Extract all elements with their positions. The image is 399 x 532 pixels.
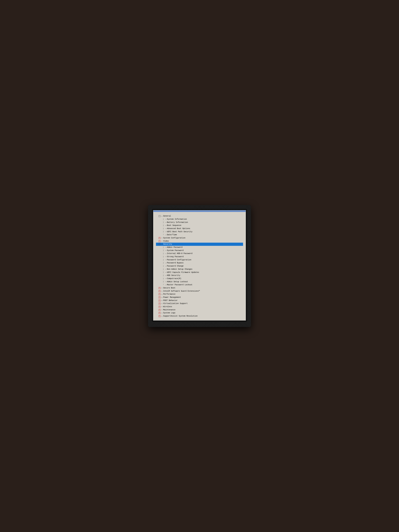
- tree-item-system-password[interactable]: ├System Password: [156, 249, 243, 252]
- tree-item-master-password-lockout[interactable]: └Master Password Lockout: [156, 283, 243, 286]
- settings-tree: −General├System Information├Battery Info…: [156, 215, 243, 318]
- tree-item-maintenance[interactable]: +Maintenance: [156, 308, 243, 311]
- label-system-info: System Information: [167, 218, 187, 221]
- label-post-behavior: POST Behavior: [163, 299, 177, 302]
- expander-maintenance[interactable]: +: [158, 309, 160, 311]
- tree-item-system-info[interactable]: ├System Information: [156, 218, 243, 221]
- tree-item-security[interactable]: −Security: [156, 243, 243, 246]
- label-strong-password: Strong Password: [167, 255, 184, 258]
- bios-content: −General├System Information├Battery Info…: [153, 212, 246, 320]
- expander-power-management[interactable]: +: [158, 297, 160, 298]
- label-admin-setup-lockout: Admin Setup Lockout: [167, 280, 188, 283]
- tree-item-general[interactable]: −General: [156, 215, 243, 218]
- expander-wireless[interactable]: +: [158, 306, 160, 308]
- tree-item-supportassist[interactable]: +SupportAssist System Resolution: [156, 315, 243, 318]
- tree-item-battery-info[interactable]: ├Battery Information: [156, 221, 243, 224]
- label-maintenance: Maintenance: [163, 309, 175, 311]
- expander-security[interactable]: −: [158, 243, 160, 245]
- label-hdd-security: HDD Security: [167, 274, 180, 277]
- tree-item-internal-hdd[interactable]: ├Internal HDD-0 Password: [156, 252, 243, 255]
- expander-post-behavior[interactable]: +: [158, 300, 160, 302]
- screen: −General├System Information├Battery Info…: [153, 210, 246, 321]
- tree-item-uefi-capsule[interactable]: ├UEFI Capsule Firmware Updates: [156, 271, 243, 274]
- label-internal-hdd: Internal HDD-0 Password: [167, 252, 192, 255]
- label-system-logs: System Logs: [163, 311, 175, 314]
- tree-item-password-config[interactable]: ├Password Configuration: [156, 258, 243, 261]
- tree-item-boot-sequence[interactable]: ├Boot Sequence: [156, 224, 243, 227]
- tree-item-wireless[interactable]: +Wireless: [156, 305, 243, 308]
- expander-virtualization[interactable]: +: [158, 303, 160, 304]
- tree-item-secure-boot[interactable]: +Secure Boot: [156, 286, 243, 290]
- label-master-password-lockout: Master Password Lockout: [167, 283, 192, 286]
- tree-item-computrace[interactable]: ├Computrace(R): [156, 277, 243, 280]
- screen-bezel: −General├System Information├Battery Info…: [152, 209, 247, 322]
- tree-item-power-management[interactable]: +Power Management: [156, 296, 243, 299]
- label-wireless: Wireless: [163, 305, 172, 308]
- tree-item-advanced-boot[interactable]: ├Advanced Boot Options: [156, 227, 243, 230]
- label-password-change: Password Change: [167, 265, 184, 268]
- label-supportassist: SupportAssist System Resolution: [163, 315, 197, 318]
- tree-item-admin-setup-lockout[interactable]: ├Admin Setup Lockout: [156, 280, 243, 283]
- tree-item-datetime[interactable]: └Date/Time: [156, 233, 243, 236]
- label-uefi-capsule: UEFI Capsule Firmware Updates: [167, 271, 199, 274]
- label-computrace: Computrace(R): [167, 277, 181, 280]
- expander-performance[interactable]: +: [158, 293, 160, 295]
- label-datetime: Date/Time: [167, 233, 177, 236]
- tree-item-intel-sge[interactable]: +Intel® Software Guard Extensions™: [156, 290, 243, 293]
- title-bar: [153, 210, 246, 212]
- label-power-management: Power Management: [163, 296, 181, 299]
- tree-item-strong-password[interactable]: ├Strong Password: [156, 255, 243, 258]
- label-secure-boot: Secure Boot: [163, 287, 175, 290]
- label-battery-info: Battery Information: [167, 221, 188, 224]
- label-system-config: System Configuration: [163, 237, 185, 240]
- tree-item-virtualization[interactable]: +Virtualization Support: [156, 302, 243, 305]
- label-virtualization: Virtualization Support: [163, 302, 188, 305]
- tree-item-hdd-security[interactable]: ├HDD Security: [156, 274, 243, 277]
- label-password-config: Password Configuration: [167, 259, 191, 261]
- label-video: Video: [163, 240, 169, 243]
- label-advanced-boot: Advanced Boot Options: [167, 227, 190, 230]
- tree-item-video[interactable]: +Video: [156, 240, 243, 243]
- expander-intel-sge[interactable]: +: [158, 290, 160, 292]
- expander-secure-boot[interactable]: +: [158, 287, 160, 289]
- label-boot-sequence: Boot Sequence: [167, 224, 181, 227]
- expander-system-config[interactable]: +: [158, 237, 160, 239]
- tree-item-password-bypass[interactable]: ├Password Bypass: [156, 261, 243, 265]
- expander-video[interactable]: +: [158, 240, 160, 242]
- expander-supportassist[interactable]: +: [158, 315, 160, 317]
- tree-item-system-config[interactable]: +System Configuration: [156, 236, 243, 240]
- label-performance: Performance: [163, 293, 175, 296]
- tree-item-performance[interactable]: +Performance: [156, 293, 243, 296]
- label-uefi-boot-path: UEFI Boot Path Security: [167, 230, 192, 233]
- label-non-admin-setup: Non-Admin Setup Changes: [167, 268, 192, 271]
- tree-item-uefi-boot-path[interactable]: ├UEFI Boot Path Security: [156, 230, 243, 233]
- label-admin-password: Admin Password: [167, 246, 183, 249]
- tree-item-post-behavior[interactable]: +POST Behavior: [156, 299, 243, 302]
- tree-item-password-change[interactable]: ├Password Change: [156, 265, 243, 268]
- label-intel-sge: Intel® Software Guard Extensions™: [163, 290, 200, 293]
- tree-item-system-logs[interactable]: +System Logs: [156, 311, 243, 315]
- label-general: General: [163, 215, 171, 218]
- label-system-password: System Password: [167, 249, 184, 252]
- label-password-bypass: Password Bypass: [167, 261, 184, 264]
- tree-item-admin-password[interactable]: ├Admin Password: [156, 246, 243, 249]
- laptop-frame: −General├System Information├Battery Info…: [148, 205, 251, 327]
- expander-system-logs[interactable]: +: [158, 312, 160, 314]
- label-security: Security: [163, 243, 172, 246]
- tree-item-non-admin-setup[interactable]: ├Non-Admin Setup Changes: [156, 268, 243, 271]
- expander-general[interactable]: −: [158, 215, 160, 217]
